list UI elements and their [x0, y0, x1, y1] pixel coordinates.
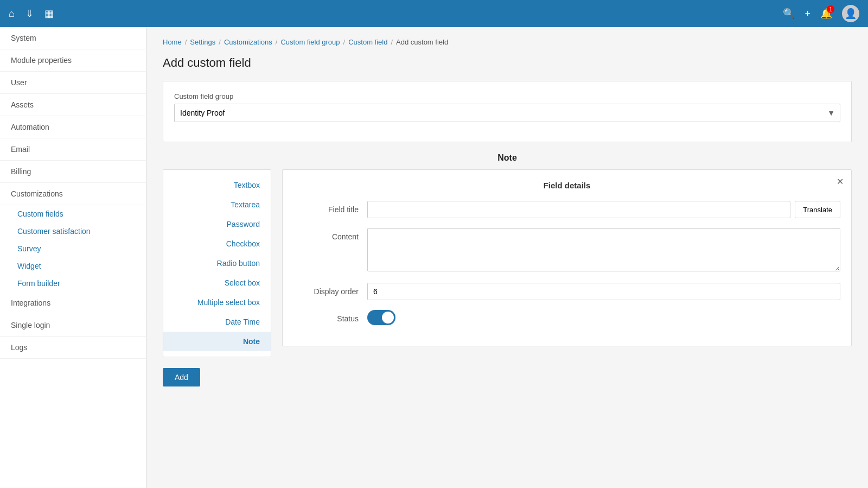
notification-count: 1 — [827, 5, 834, 13]
display-order-label: Display order — [293, 283, 359, 296]
download-icon[interactable]: ⇓ — [25, 8, 34, 20]
status-toggle[interactable] — [367, 310, 395, 325]
field-type-password[interactable]: Password — [163, 214, 271, 234]
sidebar-item-automation[interactable]: Automation — [0, 116, 146, 138]
custom-field-group-group: Custom field group Identity Proof Other … — [174, 92, 840, 122]
close-button[interactable]: ✕ — [837, 176, 844, 187]
display-order-input[interactable] — [367, 283, 840, 300]
sidebar-item-system[interactable]: System — [0, 27, 146, 49]
field-type-date-time[interactable]: Date Time — [163, 312, 271, 332]
sidebar-item-survey[interactable]: Survey — [0, 240, 146, 257]
note-title: Note — [163, 153, 852, 163]
field-details-panel: Field details ✕ Field title Translate — [282, 169, 852, 346]
breadcrumb: Home / Settings / Customizations / Custo… — [163, 38, 852, 46]
grid-icon[interactable]: ▦ — [44, 8, 54, 20]
sidebar-item-email[interactable]: Email — [0, 138, 146, 161]
content-row: Content — [293, 228, 840, 273]
breadcrumb-settings[interactable]: Settings — [190, 38, 215, 46]
content-control — [367, 228, 840, 273]
sidebar-item-user[interactable]: User — [0, 72, 146, 94]
field-type-textarea[interactable]: Textarea — [163, 195, 271, 214]
sidebar-item-custom-fields[interactable]: Custom fields — [0, 205, 146, 223]
breadcrumb-customizations[interactable]: Customizations — [224, 38, 272, 46]
toggle-slider — [367, 310, 395, 325]
field-type-checkbox[interactable]: Checkbox — [163, 234, 271, 253]
field-type-radio-button[interactable]: Radio button — [163, 253, 271, 273]
avatar[interactable]: 👤 — [842, 5, 859, 22]
field-title-control: Translate — [367, 201, 840, 218]
sidebar-item-widget[interactable]: Widget — [0, 257, 146, 275]
field-type-note[interactable]: Note — [163, 332, 271, 351]
status-row: Status — [293, 310, 840, 325]
field-type-select-box[interactable]: Select box — [163, 273, 271, 293]
top-nav-right: 🔍 + 🔔 1 👤 — [783, 5, 859, 22]
custom-field-group-select[interactable]: Identity Proof Other Group — [174, 104, 840, 122]
breadcrumb-home[interactable]: Home — [163, 38, 182, 46]
sidebar-item-single-login[interactable]: Single login — [0, 314, 146, 337]
sidebar-item-assets[interactable]: Assets — [0, 94, 146, 116]
note-section: Note Textbox Textarea Password Checkbox … — [163, 153, 852, 357]
sidebar-item-billing[interactable]: Billing — [0, 161, 146, 183]
field-type-multiple-select-box[interactable]: Multiple select box — [163, 293, 271, 312]
sep-3: / — [276, 38, 278, 46]
sidebar-item-customer-satisfaction[interactable]: Customer satisfaction — [0, 223, 146, 240]
field-title-input-group: Translate — [367, 201, 840, 218]
action-bar: Add — [163, 368, 852, 386]
two-panel: Textbox Textarea Password Checkbox Radio… — [163, 169, 852, 357]
translate-button[interactable]: Translate — [795, 201, 840, 218]
add-button[interactable]: Add — [163, 368, 200, 386]
home-icon[interactable]: ⌂ — [9, 8, 15, 20]
sep-5: / — [391, 38, 393, 46]
page-title: Add custom field — [163, 56, 852, 70]
search-icon[interactable]: 🔍 — [783, 8, 795, 20]
breadcrumb-current: Add custom field — [396, 38, 448, 46]
sep-4: / — [343, 38, 346, 46]
status-label: Status — [293, 310, 359, 323]
display-order-row: Display order — [293, 283, 840, 300]
field-title-input[interactable] — [367, 201, 790, 218]
field-details-title: Field details — [293, 181, 840, 190]
sidebar: System Module properties User Assets Aut… — [0, 27, 146, 488]
sep-2: / — [219, 38, 221, 46]
custom-field-group-label: Custom field group — [174, 92, 840, 100]
content-area: Home / Settings / Customizations / Custo… — [146, 27, 868, 488]
field-title-label: Field title — [293, 201, 359, 214]
content-textarea[interactable] — [367, 228, 840, 271]
field-title-row: Field title Translate — [293, 201, 840, 218]
sidebar-item-logs[interactable]: Logs — [0, 337, 146, 359]
breadcrumb-custom-field[interactable]: Custom field — [348, 38, 387, 46]
custom-field-group-card: Custom field group Identity Proof Other … — [163, 81, 852, 142]
top-nav-left: ⌂ ⇓ ▦ — [9, 8, 54, 20]
plus-icon[interactable]: + — [805, 8, 810, 20]
custom-field-group-select-wrapper: Identity Proof Other Group ▼ — [174, 104, 840, 122]
sep-1: / — [185, 38, 187, 46]
field-type-textbox[interactable]: Textbox — [163, 175, 271, 195]
sidebar-item-form-builder[interactable]: Form builder — [0, 275, 146, 292]
sidebar-item-integrations[interactable]: Integrations — [0, 292, 146, 314]
field-type-list: Textbox Textarea Password Checkbox Radio… — [163, 169, 271, 357]
sidebar-item-module-properties[interactable]: Module properties — [0, 49, 146, 72]
main-layout: System Module properties User Assets Aut… — [0, 27, 868, 488]
sidebar-item-customizations[interactable]: Customizations — [0, 183, 146, 205]
content-label: Content — [293, 228, 359, 241]
top-nav: ⌂ ⇓ ▦ 🔍 + 🔔 1 👤 — [0, 0, 868, 27]
status-control — [367, 310, 840, 325]
breadcrumb-custom-field-group[interactable]: Custom field group — [280, 38, 340, 46]
notification-badge[interactable]: 🔔 1 — [820, 8, 832, 20]
display-order-control — [367, 283, 840, 300]
